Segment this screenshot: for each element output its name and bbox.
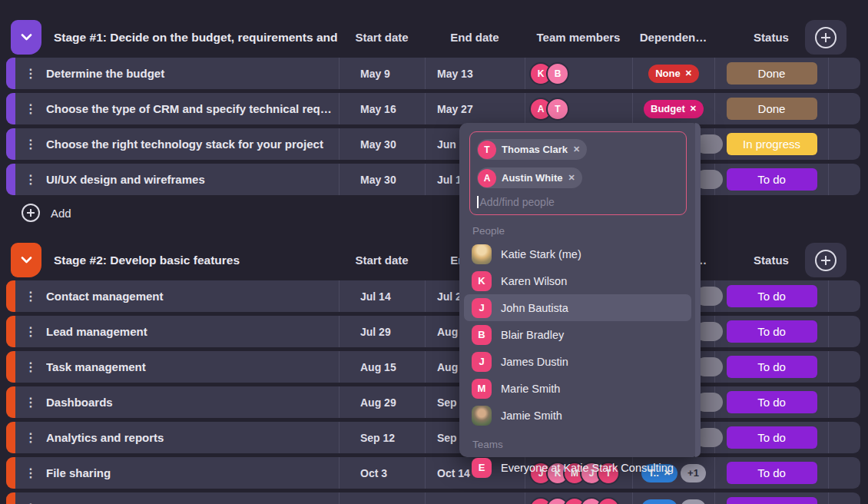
team-members-cell[interactable]: AT — [525, 93, 632, 124]
status-badge[interactable]: To do — [727, 391, 817, 413]
task-row[interactable]: ⋮Choose the type of CRM and specify tech… — [6, 93, 860, 124]
drag-handle-icon[interactable]: ⋮ — [15, 290, 46, 303]
start-date-cell[interactable]: May 16 — [339, 93, 425, 124]
drag-handle-icon[interactable]: ⋮ — [15, 103, 46, 115]
drag-handle-icon[interactable]: ⋮ — [15, 361, 46, 373]
member-avatar[interactable]: T — [546, 98, 569, 121]
status-cell[interactable]: Done — [714, 58, 828, 89]
status-badge[interactable]: To do — [727, 285, 817, 307]
picker-scrollbar[interactable] — [695, 123, 701, 457]
task-row[interactable]: ⋮JKMJTT..✕+1To do — [6, 492, 860, 504]
status-badge[interactable]: In progress — [727, 133, 817, 155]
drag-handle-icon[interactable]: ⋮ — [15, 174, 46, 186]
start-date-cell[interactable]: May 9 — [339, 58, 425, 89]
dependency-chip[interactable]: T..✕ — [641, 499, 678, 504]
member-list-item[interactable]: EEveryone at Katie Stark Consulting — [464, 454, 691, 481]
start-date-cell[interactable] — [339, 492, 425, 504]
add-task-label: Add — [51, 207, 71, 220]
drag-handle-icon[interactable]: ⋮ — [15, 396, 46, 409]
member-list-item[interactable]: BBlair Bradley — [464, 321, 691, 348]
drag-handle-icon[interactable]: ⋮ — [15, 326, 46, 338]
start-date-cell[interactable]: Aug 15 — [339, 351, 425, 383]
dependencies-cell[interactable]: None✕ — [632, 58, 714, 89]
dependency-chip[interactable]: +1 — [681, 499, 706, 504]
task-row[interactable]: ⋮Task managementAug 15Aug 2To do — [6, 351, 860, 383]
drag-handle-icon[interactable]: ⋮ — [15, 68, 46, 80]
remove-dependency-icon[interactable]: ✕ — [690, 104, 697, 114]
drag-handle-icon[interactable]: ⋮ — [15, 432, 46, 444]
task-row[interactable]: ⋮Lead managementJul 29Aug 1To do — [6, 316, 860, 347]
member-avatar[interactable]: B — [546, 62, 569, 85]
member-list-item[interactable]: Katie Stark (me) — [464, 240, 691, 267]
status-badge[interactable]: Done — [727, 62, 817, 85]
task-row[interactable]: ⋮Contact managementJul 14Jul 2To do — [6, 280, 860, 312]
stage-accent-bar — [6, 164, 15, 195]
dependencies-cell[interactable]: T..✕+1 — [632, 492, 714, 504]
task-row[interactable]: ⋮File sharingOct 3Oct 14JKMJTT..✕+1To do — [6, 457, 860, 489]
start-date-cell[interactable]: Jul 29 — [339, 316, 425, 347]
stage-accent-bar — [6, 386, 15, 418]
status-badge[interactable]: To do — [727, 320, 817, 343]
task-name: Task management — [46, 360, 339, 373]
dependency-chip[interactable]: Budget✕ — [644, 100, 704, 118]
status-cell[interactable]: To do — [714, 280, 828, 312]
start-date-cell[interactable]: May 30 — [339, 164, 425, 195]
empty-cell — [828, 280, 860, 312]
status-badge[interactable]: To do — [727, 168, 817, 191]
collapse-chevron-button[interactable] — [11, 243, 41, 277]
member-search-input[interactable]: TThomas Clark✕AAustin White✕ Add/find pe… — [469, 131, 687, 215]
member-avatar[interactable]: T — [597, 497, 620, 504]
status-cell[interactable]: To do — [714, 164, 828, 195]
start-date-cell[interactable]: Sep 12 — [339, 422, 425, 453]
member-list-item[interactable]: JJohn Bautista — [464, 294, 691, 321]
empty-cell — [828, 386, 860, 418]
member-list-item[interactable]: MMarie Smith — [464, 375, 691, 402]
task-row[interactable]: ⋮DashboardsAug 29Sep 9To do — [6, 386, 860, 418]
status-cell[interactable]: To do — [714, 351, 828, 383]
empty-cell — [828, 457, 860, 489]
status-cell[interactable]: To do — [714, 422, 828, 453]
start-date-cell[interactable]: Aug 29 — [339, 386, 425, 418]
add-column-button[interactable] — [805, 243, 846, 277]
member-list-item[interactable]: JJames Dustin — [464, 348, 691, 375]
team-members-cell[interactable]: JKMJT — [525, 492, 632, 504]
start-date-cell[interactable]: Jul 14 — [339, 280, 425, 312]
task-row[interactable]: ⋮Analytics and reportsSep 12Sep 3To do — [6, 422, 860, 453]
status-badge[interactable]: To do — [727, 462, 817, 484]
status-cell[interactable]: To do — [714, 492, 828, 504]
remove-dependency-icon[interactable]: ✕ — [685, 68, 692, 78]
dependency-chip[interactable]: None✕ — [648, 65, 699, 83]
add-column-button[interactable] — [805, 20, 846, 55]
task-row[interactable]: ⋮Determine the budgetMay 9May 13KBNone✕D… — [6, 58, 860, 89]
selected-member-chip[interactable]: AAustin White✕ — [477, 167, 582, 188]
start-date-cell[interactable]: May 30 — [339, 128, 425, 160]
team-members-cell[interactable]: KB — [525, 58, 632, 89]
member-list-item[interactable]: KKaren Wilson — [464, 267, 691, 294]
status-cell[interactable]: Done — [714, 93, 828, 124]
dependencies-cell[interactable]: Budget✕ — [632, 93, 714, 124]
status-cell[interactable]: To do — [714, 316, 828, 347]
collapse-chevron-button[interactable] — [11, 20, 41, 55]
end-date-cell[interactable]: May 13 — [425, 58, 525, 89]
remove-member-icon[interactable]: ✕ — [573, 144, 580, 154]
start-date-cell[interactable]: Oct 3 — [339, 457, 425, 489]
status-badge[interactable]: To do — [727, 426, 817, 449]
drag-handle-icon[interactable]: ⋮ — [15, 138, 46, 151]
end-date-cell[interactable] — [425, 492, 525, 504]
member-initial-avatar: E — [472, 458, 492, 478]
task-row[interactable]: ⋮UI/UX design and wireframesMay 30Jul 13… — [6, 164, 860, 195]
status-cell[interactable]: To do — [714, 457, 828, 489]
status-badge[interactable]: To do — [727, 356, 817, 378]
status-cell[interactable]: In progress — [714, 128, 828, 160]
remove-member-icon[interactable]: ✕ — [568, 173, 575, 183]
selected-member-chip[interactable]: TThomas Clark✕ — [477, 139, 587, 160]
add-task-button[interactable]: Add — [22, 201, 91, 224]
stage-accent-bar — [6, 316, 15, 347]
status-cell[interactable]: To do — [714, 386, 828, 418]
status-badge[interactable]: Done — [727, 98, 817, 120]
end-date-cell[interactable]: May 27 — [425, 93, 525, 124]
task-row[interactable]: ⋮Choose the right technology stack for y… — [6, 128, 860, 160]
status-badge[interactable]: To do — [727, 497, 817, 504]
member-list-item[interactable]: Jamie Smith — [464, 402, 691, 429]
drag-handle-icon[interactable]: ⋮ — [15, 467, 46, 479]
